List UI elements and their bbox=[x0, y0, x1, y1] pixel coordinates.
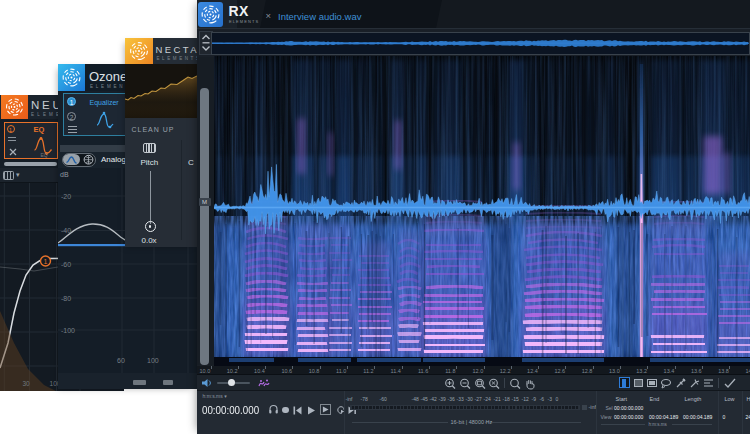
svg-text:-80: -80 bbox=[61, 295, 71, 302]
svg-text:-60: -60 bbox=[61, 261, 71, 268]
svg-text:-100: -100 bbox=[61, 327, 75, 334]
svg-text:-20: -20 bbox=[61, 193, 71, 200]
svg-text:30: 30 bbox=[22, 380, 30, 387]
svg-text:-40: -40 bbox=[61, 227, 71, 234]
svg-text:1: 1 bbox=[44, 258, 48, 265]
svg-text:dB: dB bbox=[60, 171, 69, 178]
